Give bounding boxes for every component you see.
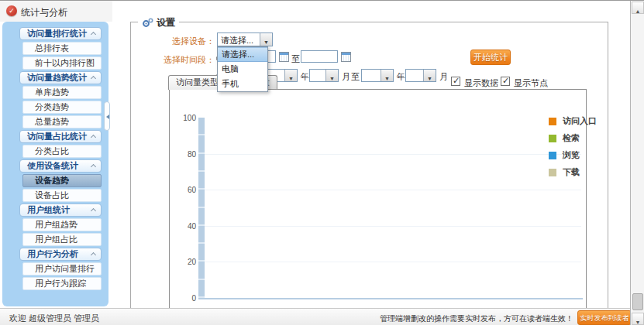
y-axis-tick-label: 20 <box>171 258 196 266</box>
sidebar-group-label: 用户行为分析 <box>27 249 78 258</box>
sidebar-item[interactable]: 前十以内排行图 <box>22 56 102 70</box>
arrow-left-icon <box>106 115 109 119</box>
calendar-icon[interactable] <box>279 52 289 62</box>
sidebar-item[interactable]: 总量趋势 <box>22 115 102 128</box>
legend-item: 下载 <box>549 166 580 178</box>
legend-label: 检索 <box>563 132 580 144</box>
sidebar-group-label: 访问量排行统计 <box>27 29 87 38</box>
welcome-text: 欢迎 超级管理员 管理员 <box>9 313 99 324</box>
y-axis-tick-label: 100 <box>171 114 196 122</box>
arrow-down-icon: ▼ <box>635 320 641 325</box>
sidebar-group-header[interactable]: 用户行为分析 <box>19 248 102 261</box>
legend-swatch <box>549 118 556 125</box>
time-range-label: 选择时间段： <box>145 54 215 66</box>
y-axis-tick-label: 60 <box>171 186 196 194</box>
sidebar-item[interactable]: 设备趋势 <box>22 174 102 187</box>
gridline <box>205 190 581 190</box>
sidebar-item[interactable]: 用户行为跟踪 <box>22 277 102 290</box>
check-badge-icon: ✓ <box>6 5 17 16</box>
select-dropdown-button[interactable]: ▼ <box>325 70 338 81</box>
sidebar-item[interactable]: 用户组占比 <box>22 233 102 246</box>
y-axis-tick-label: 40 <box>171 222 196 231</box>
scrollbar-thumb[interactable] <box>632 293 643 310</box>
date-to-input[interactable] <box>301 50 338 63</box>
app-window: ✓ 统计与分析 访问量排行统计总排行表前十以内排行图访问量趋势统计单库趋势分类趋… <box>0 0 644 325</box>
month-label: 月 <box>439 71 448 83</box>
sidebar-item[interactable]: 单库趋势 <box>22 86 102 99</box>
chevron-down-icon: ▼ <box>288 76 294 81</box>
chevron-up-icon <box>91 32 96 37</box>
legend-item: 检索 <box>549 132 580 144</box>
month-to-select[interactable]: ▼ <box>405 69 436 82</box>
chevron-down-icon: ▼ <box>384 76 390 81</box>
sidebar-group-label: 访问量趋势统计 <box>27 73 87 82</box>
show-nodes-checkbox[interactable] <box>501 77 510 86</box>
month-from-select[interactable]: ▼ <box>309 69 339 82</box>
y-axis-tick-label: 80 <box>171 150 196 159</box>
chevron-up-icon <box>91 135 96 140</box>
status-bar: 欢迎 超级管理员 管理员 管理端增删改的操作需要实时发布，方可在读者端生效！ 实… <box>0 308 630 325</box>
sidebar-group-label: 访问量占比统计 <box>27 132 87 141</box>
sidebar-item[interactable]: 分类占比 <box>22 145 102 158</box>
scroll-down-button[interactable]: ▼ <box>632 313 644 325</box>
sidebar-collapse-handle[interactable] <box>104 101 110 131</box>
arrow-up-icon: ▲ <box>635 9 641 14</box>
sidebar-group-header[interactable]: 访问量排行统计 <box>19 27 102 40</box>
scroll-up-button[interactable]: ▲ <box>632 2 644 14</box>
sidebar-group-header[interactable]: 访问量趋势统计 <box>19 71 102 84</box>
device-select-label: 选择设备： <box>153 36 215 47</box>
sidebar-item[interactable]: 用户组趋势 <box>22 218 102 231</box>
to-label: 至 <box>351 71 360 83</box>
chevron-up-icon <box>91 208 96 214</box>
x-axis-line <box>198 298 583 299</box>
vertical-scrollbar[interactable]: ▲ ▼ <box>630 1 644 325</box>
publish-notice-text: 管理端增删改的操作需要实时发布，方可在读者端生效！ <box>380 313 573 324</box>
sidebar-menu: 访问量排行统计总排行表前十以内排行图访问量趋势统计单库趋势分类趋势总量趋势访问量… <box>19 27 102 292</box>
device-dropdown-list: 请选择...电脑手机 <box>217 46 268 92</box>
sidebar-group-label: 用户组统计 <box>27 205 70 214</box>
settings-legend: 设置 <box>138 16 179 29</box>
legend-swatch <box>549 169 556 176</box>
device-combobox[interactable]: 请选择... ▼ <box>217 32 273 46</box>
gridline <box>205 154 581 155</box>
page-title: 统计与分析 <box>21 6 67 19</box>
device-combobox-value: 请选择... <box>221 35 253 46</box>
gridline <box>205 262 581 262</box>
dropdown-option[interactable]: 电脑 <box>218 62 267 77</box>
start-statistics-button[interactable]: 开始统计 <box>470 50 511 65</box>
month-label: 月 <box>342 71 350 83</box>
y-axis-tick-label: 0 <box>171 294 196 303</box>
legend-item: 访问入口 <box>549 115 597 127</box>
sidebar-group-header[interactable]: 访问量占比统计 <box>19 130 102 143</box>
gridline <box>205 226 581 227</box>
sidebar-item[interactable]: 总排行表 <box>22 42 102 55</box>
legend-swatch <box>549 152 556 159</box>
settings-legend-label: 设置 <box>157 16 175 29</box>
select-dropdown-button[interactable]: ▼ <box>423 70 436 81</box>
publish-button[interactable]: 实时发布到读者端 <box>577 310 632 325</box>
sidebar: 访问量排行统计总排行表前十以内排行图访问量趋势统计单库趋势分类趋势总量趋势访问量… <box>2 22 108 306</box>
chevron-down-icon: ▼ <box>329 76 335 81</box>
chevron-down-icon: ▼ <box>263 39 269 45</box>
sidebar-item[interactable]: 设备占比 <box>22 189 102 202</box>
y-axis-band <box>198 118 205 299</box>
select-dropdown-button[interactable]: ▼ <box>284 70 297 81</box>
year-label: 年 <box>301 71 309 83</box>
legend-label: 浏览 <box>563 149 580 161</box>
chevron-down-icon: ▼ <box>427 76 432 81</box>
sidebar-item[interactable]: 用户访问量排行 <box>22 262 102 275</box>
device-combobox-dropdown-button[interactable]: ▼ <box>260 33 272 46</box>
settings-gear-icon <box>142 18 153 28</box>
sidebar-item[interactable]: 分类趋势 <box>22 101 102 114</box>
dropdown-option[interactable]: 手机 <box>218 77 267 91</box>
sidebar-group-header[interactable]: 使用设备统计 <box>19 159 102 173</box>
select-dropdown-button[interactable]: ▼ <box>381 70 393 81</box>
to-label: 至 <box>291 53 300 65</box>
show-data-checkbox[interactable] <box>451 77 460 86</box>
calendar-icon[interactable] <box>341 52 351 62</box>
year-to-select[interactable]: ▼ <box>361 69 394 82</box>
sidebar-group-header[interactable]: 用户组统计 <box>19 204 102 217</box>
chevron-up-icon <box>91 76 96 81</box>
dropdown-option[interactable]: 请选择... <box>218 47 267 62</box>
legend-swatch <box>549 135 556 142</box>
